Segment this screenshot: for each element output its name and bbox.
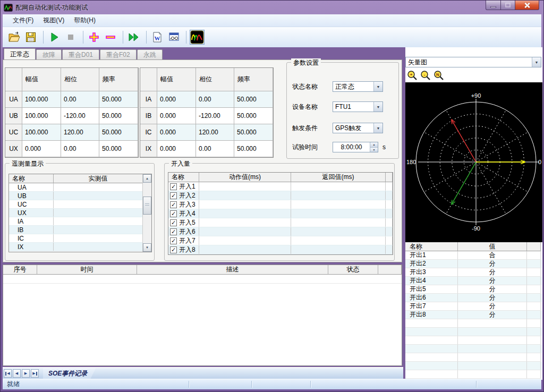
- return-value-cell: [291, 200, 386, 209]
- value-cell[interactable]: 0.000: [157, 141, 196, 157]
- run-all-button[interactable]: [126, 30, 141, 45]
- spinner-value[interactable]: 8:00:00: [333, 142, 370, 152]
- tab-永跳[interactable]: 永跳: [137, 49, 163, 59]
- chevron-down-icon[interactable]: ▼: [373, 102, 382, 112]
- telemetry-row[interactable]: IC: [9, 234, 151, 243]
- binary-input-label: 开入8: [179, 245, 196, 254]
- close-button[interactable]: [515, 1, 539, 10]
- zoom-reset-button[interactable]: N: [433, 70, 445, 81]
- value-cell[interactable]: 0.00: [61, 91, 99, 108]
- value-cell[interactable]: 50.000: [99, 91, 138, 108]
- minimize-button[interactable]: [486, 1, 501, 10]
- chevron-down-icon[interactable]: ▼: [532, 57, 541, 67]
- view-selector[interactable]: 矢量图 ▼: [405, 57, 541, 67]
- checkbox[interactable]: ✓: [170, 228, 177, 235]
- remove-state-button[interactable]: [103, 30, 118, 45]
- word-report-button[interactable]: W: [150, 30, 165, 45]
- scroll-up-button[interactable]: ▲: [143, 174, 151, 183]
- tab-重合D01[interactable]: 重合D01: [62, 49, 99, 59]
- value-cell[interactable]: -120.00: [61, 108, 99, 124]
- chevron-down-icon[interactable]: ▼: [373, 82, 382, 91]
- name-cell: [405, 319, 458, 328]
- waveform-view-button[interactable]: [190, 30, 205, 45]
- spin-up-icon[interactable]: ▲: [370, 142, 378, 148]
- zoom-out-button[interactable]: -: [420, 70, 431, 81]
- value-cell[interactable]: 0.00: [196, 91, 234, 108]
- filler-cell: [386, 236, 393, 245]
- plus-icon: [88, 31, 100, 44]
- report-preview-button[interactable]: [166, 30, 181, 45]
- vertical-scrollbar[interactable]: ▲▼: [142, 174, 151, 252]
- value-cell[interactable]: 0.000: [157, 108, 196, 124]
- value-cell[interactable]: 0.000: [157, 91, 196, 108]
- telemetry-row[interactable]: UC: [9, 200, 151, 209]
- tab-故障[interactable]: 故障: [36, 49, 62, 59]
- value-cell[interactable]: 0.000: [157, 124, 196, 141]
- value-cell[interactable]: 100.000: [22, 91, 61, 108]
- telemetry-row[interactable]: UB: [9, 192, 151, 200]
- value-cell[interactable]: 50.000: [234, 124, 273, 141]
- checkbox[interactable]: ✓: [170, 183, 177, 190]
- value-cell[interactable]: 0.000: [22, 141, 61, 157]
- telemetry-row[interactable]: IB: [9, 226, 151, 234]
- stop-test-button[interactable]: [63, 30, 78, 45]
- zoom-in-button[interactable]: +: [406, 70, 418, 81]
- toolbar: W: [3, 27, 541, 47]
- binary-input-table: 名称动作值(ms)返回值(ms)✓开入1✓开入2✓开入3✓开入4✓开入5✓开入6…: [168, 172, 393, 255]
- telemetry-row[interactable]: IA: [9, 217, 151, 226]
- value-cell[interactable]: 50.000: [234, 108, 273, 124]
- binary-input-label: 开入2: [179, 191, 196, 200]
- menu-item[interactable]: 文件(F): [8, 14, 38, 27]
- checkbox[interactable]: ✓: [170, 210, 177, 217]
- tab-soe-event-record[interactable]: SOE事件记录: [43, 368, 96, 379]
- value-cell[interactable]: 50.000: [99, 141, 138, 157]
- menu-item[interactable]: 帮助(H): [69, 14, 100, 27]
- plot-zoom-toolbar: + - N: [406, 70, 445, 82]
- trigger-condition-select[interactable]: GPS触发 ▼: [333, 123, 383, 133]
- checkbox[interactable]: ✓: [170, 246, 177, 253]
- value-cell[interactable]: 120.00: [196, 124, 234, 141]
- add-state-button[interactable]: [87, 30, 101, 45]
- value-cell[interactable]: 100.000: [22, 108, 61, 124]
- test-time-spinner[interactable]: 8:00:00 ▲ ▼: [333, 142, 378, 152]
- start-test-button[interactable]: [47, 30, 62, 45]
- binary-input-row: ✓开入5: [168, 218, 393, 227]
- return-value-cell: [291, 209, 386, 218]
- scroll-thumb[interactable]: [143, 197, 151, 215]
- save-button[interactable]: [23, 30, 38, 45]
- tab-正常态[interactable]: 正常态: [4, 48, 36, 59]
- nav-prev-button[interactable]: ◀: [13, 369, 21, 378]
- action-value-cell: [199, 182, 291, 191]
- device-name-select[interactable]: FTU1 ▼: [333, 101, 383, 112]
- name-cell: [405, 362, 458, 370]
- telemetry-row[interactable]: UX: [9, 209, 151, 217]
- checkbox[interactable]: ✓: [170, 201, 177, 208]
- value-cell[interactable]: 50.000: [234, 91, 273, 108]
- nav-next-button[interactable]: ▶: [22, 369, 30, 378]
- value-cell[interactable]: 100.000: [22, 124, 61, 141]
- scroll-down-button[interactable]: ▼: [143, 243, 151, 252]
- chevron-down-icon[interactable]: ▼: [373, 123, 382, 133]
- value-cell[interactable]: 0.00: [196, 141, 234, 157]
- value-cell[interactable]: 50.000: [234, 141, 273, 157]
- checkbox[interactable]: ✓: [170, 219, 177, 226]
- binary-input-row: ✓开入3: [168, 200, 393, 209]
- nav-first-button[interactable]: ◀: [4, 369, 12, 378]
- open-button[interactable]: [7, 30, 22, 45]
- telemetry-row[interactable]: UA: [9, 183, 151, 192]
- nav-last-button[interactable]: ▶: [31, 369, 39, 378]
- checkbox[interactable]: ✓: [170, 192, 177, 199]
- menu-item[interactable]: 视图(V): [38, 14, 69, 27]
- value-cell[interactable]: 50.000: [99, 124, 138, 141]
- value-cell[interactable]: 0.00: [61, 141, 99, 157]
- maximize-button[interactable]: [501, 1, 515, 10]
- value-cell[interactable]: 50.000: [99, 108, 138, 124]
- state-name-select[interactable]: 正常态 ▼: [333, 81, 383, 92]
- tab-重合F02[interactable]: 重合F02: [100, 49, 137, 59]
- value-cell[interactable]: 120.00: [61, 124, 99, 141]
- spin-down-icon[interactable]: ▼: [370, 148, 378, 152]
- checkbox[interactable]: ✓: [170, 237, 177, 244]
- telemetry-row[interactable]: IX: [9, 243, 151, 251]
- value-cell[interactable]: -120.00: [196, 108, 234, 124]
- name-cell: UB: [9, 192, 54, 200]
